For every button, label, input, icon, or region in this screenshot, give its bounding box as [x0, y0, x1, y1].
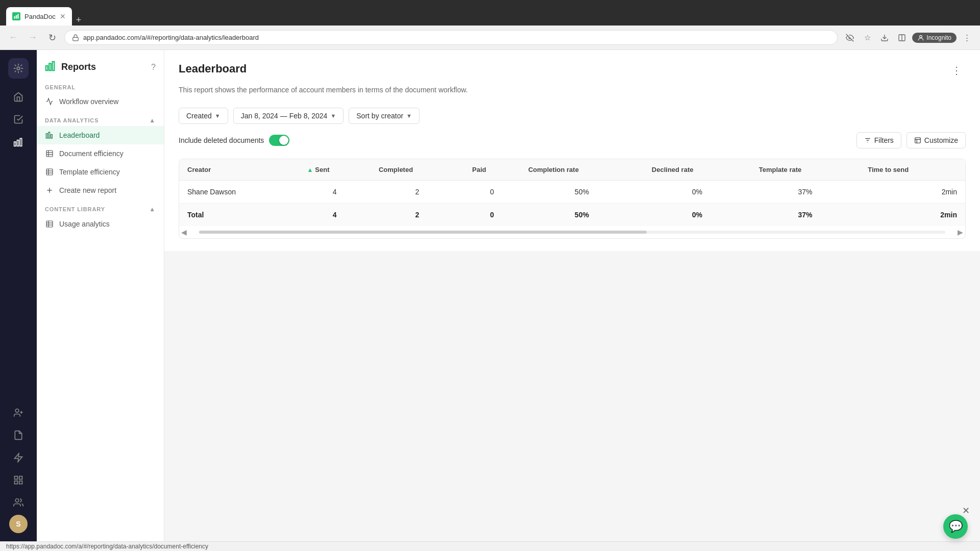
content-library-section-label: CONTENT LIBRARY ▲ [37, 199, 164, 215]
active-tab[interactable]: PandaDoc ✕ [6, 7, 72, 26]
svg-rect-24 [53, 62, 55, 70]
chat-bubble-button[interactable]: 💬 [943, 514, 968, 539]
refresh-button[interactable]: ↻ [45, 31, 59, 45]
table-scrollbar[interactable]: ◀ ▶ [179, 226, 965, 238]
content-library-collapse-icon[interactable]: ▲ [149, 206, 156, 213]
svg-rect-18 [19, 477, 22, 480]
usage-analytics-icon [45, 219, 54, 229]
scroll-left-icon[interactable]: ◀ [179, 228, 189, 236]
rail-users-icon[interactable] [8, 492, 29, 513]
rail-home-icon[interactable] [8, 87, 29, 107]
rail-check-icon[interactable] [8, 109, 29, 130]
date-range-label: Jan 8, 2024 — Feb 8, 2024 [241, 112, 328, 120]
menu-icon[interactable]: ⋮ [960, 31, 974, 45]
svg-rect-32 [46, 169, 53, 175]
svg-rect-28 [46, 151, 53, 157]
back-button[interactable]: ← [6, 31, 20, 45]
svg-rect-45 [915, 138, 921, 143]
customize-button[interactable]: Customize [906, 132, 966, 148]
sort-by-creator-button[interactable]: Sort by creator ▼ [349, 108, 420, 124]
chat-icon: 💬 [949, 520, 963, 533]
filters-button[interactable]: Filters [856, 132, 901, 148]
overflow-menu-button[interactable]: ⋮ [947, 62, 966, 79]
sidebar-item-template-efficiency[interactable]: Template efficiency [37, 163, 164, 181]
rail-grid-icon[interactable] [8, 470, 29, 490]
date-range-filter-button[interactable]: Jan 8, 2024 — Feb 8, 2024 ▼ [233, 108, 344, 124]
svg-point-8 [920, 35, 922, 38]
plus-icon [45, 186, 54, 195]
sidebar-item-workflow-overview[interactable]: Workflow overview [37, 92, 164, 111]
svg-rect-20 [15, 481, 18, 484]
svg-rect-0 [14, 16, 15, 19]
svg-rect-26 [48, 132, 50, 138]
rail-add-user-icon[interactable] [8, 403, 29, 423]
scroll-right-icon[interactable]: ▶ [955, 228, 965, 236]
usage-analytics-label: Usage analytics [59, 220, 110, 228]
sidebar-item-create-report[interactable]: Create new report [37, 181, 164, 199]
rail-reports-icon[interactable] [8, 132, 29, 152]
create-report-label: Create new report [59, 186, 116, 194]
icon-rail: S [0, 50, 37, 541]
th-declined-rate: Declined rate [644, 159, 751, 181]
rail-lightning-icon[interactable] [8, 447, 29, 468]
address-bar[interactable]: app.pandadoc.com/a/#/reporting/data-anal… [64, 30, 838, 45]
table-row: Shane Dawson 4 2 0 50% 0% 37% 2min [179, 181, 965, 204]
toggle-row: Include deleted documents Filters Custom… [179, 132, 966, 148]
date-chevron-icon: ▼ [330, 113, 336, 119]
cell-total-sent: 4 [299, 204, 370, 227]
svg-rect-3 [73, 37, 79, 40]
cell-sent: 4 [299, 181, 370, 204]
sidebar-item-document-efficiency[interactable]: Document efficiency [37, 144, 164, 163]
rail-document-icon[interactable] [8, 425, 29, 445]
tab-close-button[interactable]: ✕ [60, 12, 66, 20]
sort-asc-icon: ▲ [307, 166, 313, 173]
data-table-container: Creator ▲ Sent Completed [179, 159, 966, 239]
cell-total-time-to-send: 2min [860, 204, 965, 227]
cell-total-completion-rate: 50% [520, 204, 644, 227]
incognito-label: Incognito [926, 34, 951, 41]
chat-close-button[interactable]: ✕ [962, 505, 970, 516]
customize-btn-label: Customize [924, 136, 958, 144]
sidebar-item-leaderboard[interactable]: Leaderboard [37, 126, 164, 144]
user-avatar[interactable]: S [9, 515, 28, 533]
url-text: app.pandadoc.com/a/#/reporting/data-anal… [83, 34, 830, 41]
sidebar-title: Reports [61, 62, 96, 72]
app-logo[interactable] [8, 58, 29, 79]
svg-marker-16 [15, 454, 22, 462]
browser-toolbar: ← → ↻ app.pandadoc.com/a/#/reporting/dat… [0, 26, 980, 50]
page-title: Leaderboard [179, 62, 247, 76]
general-section-label: GENERAL [37, 78, 164, 92]
cell-time-to-send: 2min [860, 181, 965, 204]
th-sent[interactable]: ▲ Sent [299, 159, 370, 181]
include-deleted-toggle[interactable] [269, 135, 289, 146]
browser-chrome: PandaDoc ✕ + [0, 0, 980, 26]
toggle-thumb [279, 136, 288, 145]
svg-rect-25 [46, 134, 47, 138]
filters-bar: Created ▼ Jan 8, 2024 — Feb 8, 2024 ▼ So… [179, 108, 966, 124]
lock-icon [72, 34, 79, 41]
forward-button[interactable]: → [26, 31, 40, 45]
svg-rect-27 [51, 135, 53, 138]
download-icon[interactable] [877, 31, 892, 45]
sidebar: Reports ? GENERAL Workflow overview DATA… [37, 50, 164, 541]
template-efficiency-icon [45, 167, 54, 177]
star-icon[interactable]: ☆ [860, 31, 874, 45]
sidebar-item-usage-analytics[interactable]: Usage analytics [37, 215, 164, 233]
cell-completed: 2 [371, 181, 464, 204]
include-deleted-label: Include deleted documents [179, 136, 264, 144]
eye-slash-icon[interactable] [843, 31, 857, 45]
layout-icon[interactable] [895, 31, 909, 45]
incognito-badge: Incognito [912, 33, 957, 43]
th-creator: Creator [179, 159, 299, 181]
main-content-wrapper: Leaderboard ⋮ This report shows the perf… [164, 50, 980, 541]
th-completed: Completed [371, 159, 464, 181]
created-filter-button[interactable]: Created ▼ [179, 108, 228, 124]
new-tab-button[interactable]: + [72, 15, 86, 26]
help-icon[interactable]: ? [151, 63, 156, 72]
section-collapse-icon[interactable]: ▲ [149, 117, 156, 124]
filters-btn-label: Filters [874, 136, 894, 144]
document-efficiency-icon [45, 149, 54, 158]
cell-total-template-rate: 37% [751, 204, 860, 227]
svg-rect-17 [15, 477, 18, 480]
svg-rect-12 [20, 138, 21, 146]
